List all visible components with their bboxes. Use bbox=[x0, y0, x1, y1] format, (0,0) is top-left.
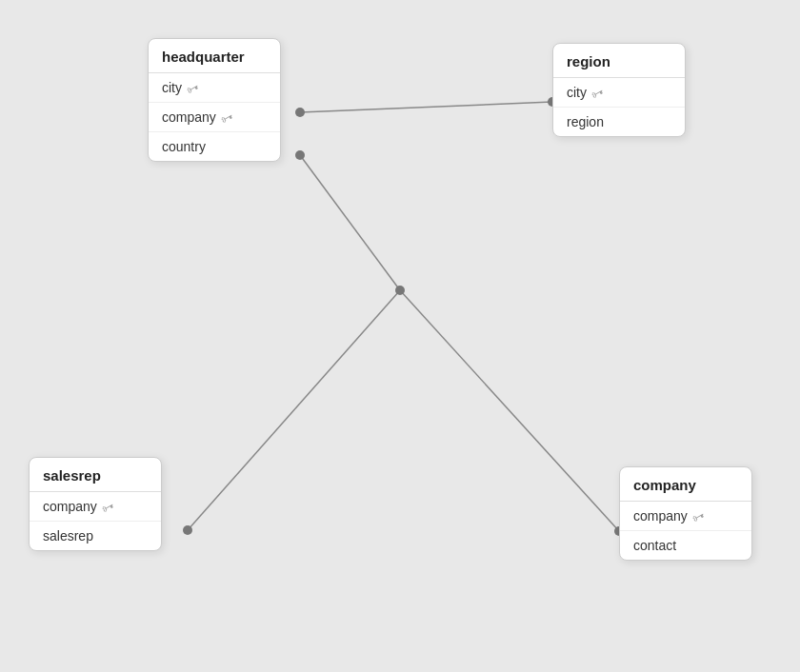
table-region-title: region bbox=[553, 44, 685, 78]
region-row-city: city 🗝 bbox=[553, 78, 685, 108]
table-company: company company 🗝 contact bbox=[619, 466, 752, 561]
svg-point-7 bbox=[295, 150, 305, 160]
table-headquarter-title: headquarter bbox=[149, 39, 280, 73]
company-contact-label: contact bbox=[633, 538, 676, 553]
salesrep-company-key-icon: 🗝 bbox=[99, 497, 117, 515]
company-row-contact: contact bbox=[620, 531, 751, 560]
salesrep-row-salesrep: salesrep bbox=[30, 522, 161, 550]
company-company-label: company bbox=[633, 508, 688, 524]
diagram-container: headquarter city 🗝 company 🗝 country reg… bbox=[0, 0, 800, 672]
table-salesrep-title: salesrep bbox=[30, 458, 161, 492]
svg-line-0 bbox=[300, 102, 552, 112]
table-company-title: company bbox=[620, 467, 751, 502]
hq-company-key-icon: 🗝 bbox=[218, 108, 236, 126]
table-salesrep: salesrep company 🗝 salesrep bbox=[29, 457, 162, 551]
salesrep-salesrep-label: salesrep bbox=[43, 528, 93, 544]
company-company-key-icon: 🗝 bbox=[690, 506, 708, 524]
region-city-key-icon: 🗝 bbox=[589, 83, 607, 101]
table-headquarter: headquarter city 🗝 company 🗝 country bbox=[148, 38, 281, 162]
region-region-label: region bbox=[567, 114, 604, 129]
svg-line-4 bbox=[188, 290, 400, 530]
hq-city-label: city bbox=[162, 80, 182, 95]
region-row-region: region bbox=[553, 108, 685, 136]
svg-point-8 bbox=[183, 525, 192, 535]
hq-city-key-icon: 🗝 bbox=[184, 78, 202, 96]
salesrep-company-label: company bbox=[43, 499, 97, 514]
hq-company-label: company bbox=[162, 109, 216, 125]
hq-row-city: city 🗝 bbox=[149, 73, 280, 103]
hq-country-label: country bbox=[162, 139, 206, 154]
salesrep-row-company: company 🗝 bbox=[30, 492, 161, 522]
table-region: region city 🗝 region bbox=[552, 43, 686, 137]
svg-point-1 bbox=[295, 108, 305, 117]
svg-line-3 bbox=[300, 155, 400, 290]
company-row-company: company 🗝 bbox=[620, 502, 751, 531]
hq-row-country: country bbox=[149, 132, 280, 161]
svg-line-5 bbox=[400, 290, 619, 531]
svg-point-6 bbox=[395, 286, 405, 295]
region-city-label: city bbox=[567, 85, 587, 100]
hq-row-company: company 🗝 bbox=[149, 103, 280, 132]
